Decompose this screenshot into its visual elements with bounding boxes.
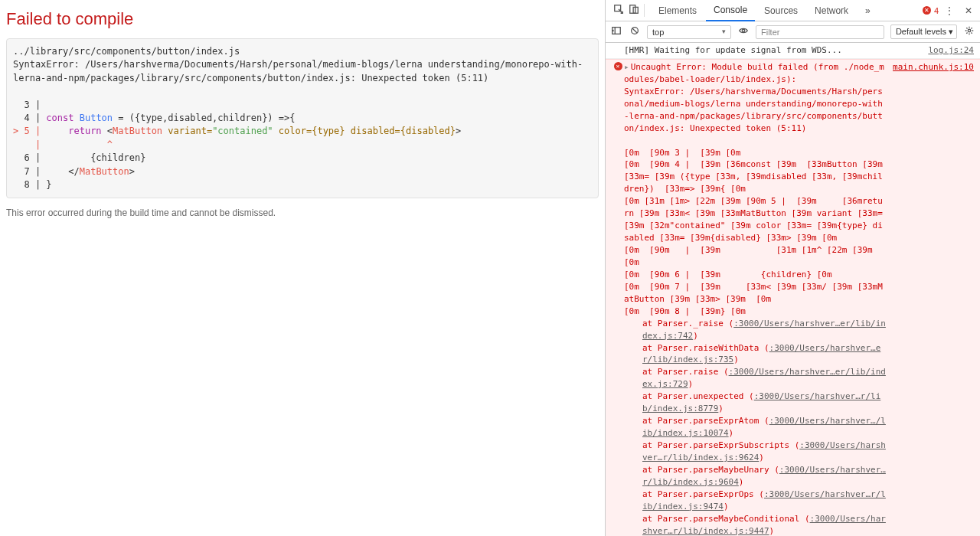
log-levels-selector[interactable]: Default levels ▾ [890, 25, 957, 39]
device-toggle-icon[interactable] [629, 4, 639, 17]
svg-rect-1 [630, 5, 635, 14]
devtools-panel: Elements Console Sources Network » ✕4 ⋮ … [605, 0, 980, 536]
stack-frame: at Parser.unexpected (:3000/Users/harshv… [624, 391, 887, 415]
stack-frame: at Parser._raise (:3000/Users/harshver…e… [624, 318, 887, 342]
console-sidebar-toggle-icon[interactable] [610, 25, 622, 38]
execution-context-selector[interactable]: top [647, 25, 731, 39]
devtools-close-icon[interactable]: ✕ [960, 5, 977, 16]
expand-caret-icon[interactable]: ▸ [624, 62, 629, 72]
stack-frame: at Parser.parseExprSubscripts (:3000/Use… [624, 440, 887, 464]
svg-point-8 [968, 29, 971, 32]
stack-frame: at Parser.parseExprAtom (:3000/Users/har… [624, 415, 887, 440]
tab-console[interactable]: Console [706, 0, 755, 21]
source-link[interactable]: :3000/Users/harshver…r/lib/index.js:8779 [642, 391, 880, 413]
console-log-row: [HMR] Waiting for update signal from WDS… [606, 43, 980, 59]
clear-console-icon[interactable] [629, 25, 641, 38]
error-note: This error occurred during the build tim… [6, 208, 599, 218]
error-count-badge[interactable]: ✕4 [923, 6, 939, 15]
source-link[interactable]: :3000/Users/harshver…r/lib/index.js:9624 [642, 440, 886, 462]
source-link[interactable]: log.js:24 [928, 44, 974, 57]
tab-network[interactable]: Network [807, 1, 856, 21]
inspect-element-icon[interactable] [613, 4, 624, 17]
source-link[interactable]: :3000/Users/harshver…r/lib/index.js:9604 [642, 465, 886, 487]
error-icon: ✕ [614, 62, 622, 70]
source-link[interactable]: :3000/Users/harshver…er/lib/index.js:742 [642, 319, 886, 341]
source-link[interactable]: :3000/Users/harshver…r/lib/index.js:9447 [642, 514, 886, 536]
stack-frame: at Parser.raise (:3000/Users/harshver…er… [624, 366, 887, 391]
console-settings-icon[interactable] [963, 25, 975, 38]
react-error-overlay: Failed to compile ../library/src/compone… [0, 0, 605, 536]
svg-point-7 [742, 29, 745, 32]
stack-frame: at Parser.raiseWithData (:3000/Users/har… [624, 342, 887, 367]
source-link[interactable]: :3000/Users/harshver…er/lib/index.js:735 [642, 343, 880, 365]
devtools-tab-bar: Elements Console Sources Network » ✕4 ⋮ … [606, 0, 980, 21]
tab-elements[interactable]: Elements [651, 1, 704, 21]
error-title: Failed to compile [6, 9, 599, 29]
console-error-row: ✕ ▸Uncaught Error: Module build failed (… [606, 59, 980, 536]
console-output[interactable]: [HMR] Waiting for update signal from WDS… [606, 43, 980, 536]
stack-frame: at Parser.parseMaybeConditional (:3000/U… [624, 513, 887, 536]
source-link[interactable]: :3000/Users/harshver…r/lib/index.js:9474 [642, 489, 886, 511]
console-filter-input[interactable]: Filter [756, 25, 884, 39]
source-link[interactable]: main.chunk.js:10 [893, 61, 974, 536]
tab-overflow-icon[interactable]: » [858, 1, 878, 21]
tab-sources[interactable]: Sources [756, 1, 805, 21]
devtools-menu-icon[interactable]: ⋮ [940, 5, 959, 16]
stack-frame: at Parser.parseMaybeUnary (:3000/Users/h… [624, 464, 887, 489]
source-link[interactable]: :3000/Users/harshver…er/lib/index.js:729 [642, 367, 886, 389]
source-link[interactable]: :3000/Users/harshver…/lib/index.js:10074 [642, 416, 886, 438]
svg-line-6 [632, 28, 637, 33]
console-toolbar: top Filter Default levels ▾ [606, 21, 980, 43]
stack-frame: at Parser.parseExprOps (:3000/Users/hars… [624, 489, 887, 513]
live-expression-icon[interactable] [737, 25, 750, 38]
error-code-block: ../library/src/components/button/index.j… [6, 38, 599, 198]
